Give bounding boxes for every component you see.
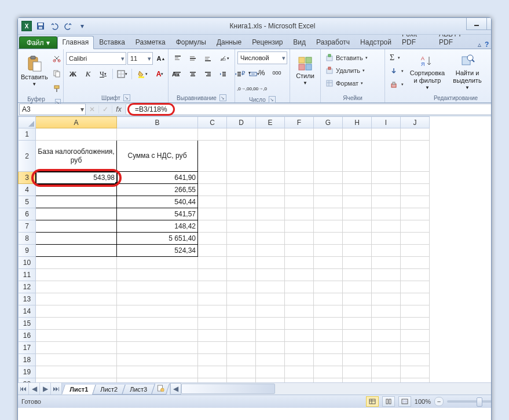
cell[interactable] [372, 293, 401, 305]
cell[interactable] [343, 128, 372, 141]
cell[interactable] [256, 172, 285, 184]
paste-button[interactable]: Вставить▼ [20, 50, 49, 91]
row-header[interactable]: 18 [19, 354, 36, 366]
tab-nav-next-icon[interactable]: ▶ [40, 383, 51, 395]
name-box[interactable]: A3 ▾ [19, 104, 86, 115]
tab-view[interactable]: Вид [288, 36, 311, 49]
cell[interactable] [343, 269, 372, 281]
insert-function-icon[interactable]: fx [112, 105, 126, 113]
qat-undo-icon[interactable] [49, 21, 60, 31]
cell[interactable] [285, 184, 314, 196]
cell[interactable] [117, 128, 198, 141]
help-icon[interactable]: ? [485, 40, 489, 49]
cell[interactable] [314, 220, 343, 233]
cell[interactable] [227, 245, 256, 257]
row-header[interactable]: 14 [19, 305, 36, 318]
cell[interactable] [227, 220, 256, 233]
tab-insert[interactable]: Вставка [94, 36, 130, 49]
cell[interactable] [227, 318, 256, 330]
cell[interactable] [256, 269, 285, 281]
cell[interactable] [256, 220, 285, 233]
cell[interactable] [285, 378, 314, 383]
cell[interactable] [372, 366, 401, 378]
copy-icon[interactable] [50, 67, 64, 80]
cell[interactable] [285, 293, 314, 305]
cell[interactable] [343, 184, 372, 196]
cell[interactable] [36, 233, 117, 245]
hscroll-thumb[interactable] [181, 384, 275, 394]
cell[interactable] [117, 281, 198, 293]
row-header[interactable]: 17 [19, 342, 36, 354]
cell[interactable]: 541,57 [117, 208, 198, 220]
cell[interactable] [198, 184, 227, 196]
row-header[interactable]: 3 [19, 172, 36, 184]
clear-button[interactable]: ▾ [387, 78, 406, 91]
cell[interactable] [314, 318, 343, 330]
cell[interactable] [285, 141, 314, 172]
cell[interactable] [198, 293, 227, 305]
number-dialog-launcher[interactable]: ↘ [269, 96, 276, 103]
cell[interactable] [198, 172, 227, 184]
row-header[interactable]: 7 [19, 220, 36, 233]
cell[interactable] [36, 378, 117, 383]
fill-color-icon[interactable]: ▾ [134, 67, 151, 81]
autosum-button[interactable]: Σ▾ [387, 51, 406, 64]
cell[interactable] [314, 378, 343, 383]
column-header[interactable]: J [401, 117, 430, 128]
cell[interactable] [198, 318, 227, 330]
tab-home[interactable]: Главная [57, 36, 94, 49]
ribbon-minimize-icon[interactable]: ▵ [478, 40, 481, 49]
row-header[interactable]: 8 [19, 233, 36, 245]
cell[interactable] [117, 293, 198, 305]
cell[interactable] [314, 330, 343, 342]
cell[interactable] [285, 366, 314, 378]
qat-redo-icon[interactable] [63, 21, 74, 31]
number-format-combo[interactable]: Числовой▾ [237, 51, 287, 64]
cell[interactable] [343, 172, 372, 184]
cell[interactable] [343, 293, 372, 305]
cell[interactable] [372, 128, 401, 141]
cell[interactable] [227, 330, 256, 342]
cell[interactable] [256, 378, 285, 383]
cell[interactable] [36, 196, 117, 208]
zoom-level[interactable]: 100% [415, 398, 431, 405]
row-header[interactable]: 19 [19, 366, 36, 378]
cell[interactable] [36, 208, 117, 220]
cell[interactable] [401, 293, 430, 305]
cell[interactable] [314, 184, 343, 196]
cell[interactable] [401, 196, 430, 208]
percent-format-icon[interactable]: % [255, 66, 269, 80]
cell[interactable] [314, 245, 343, 257]
cell[interactable] [372, 141, 401, 172]
align-middle-icon[interactable] [186, 51, 200, 65]
cell[interactable] [198, 281, 227, 293]
row-header[interactable]: 16 [19, 330, 36, 342]
column-header[interactable]: A [36, 117, 117, 128]
cell[interactable] [343, 257, 372, 269]
cell[interactable] [285, 318, 314, 330]
cell[interactable] [256, 128, 285, 141]
cell[interactable] [198, 330, 227, 342]
cell[interactable] [198, 208, 227, 220]
cell[interactable] [401, 354, 430, 366]
cells-insert-button[interactable]: Вставить▾ [323, 51, 370, 64]
borders-icon[interactable]: ▾ [115, 67, 129, 81]
cell[interactable] [227, 342, 256, 354]
column-header[interactable]: B [117, 117, 198, 128]
cell[interactable] [343, 305, 372, 318]
cell[interactable] [343, 208, 372, 220]
cell[interactable] [372, 257, 401, 269]
align-bottom-icon[interactable] [201, 51, 215, 65]
cell[interactable] [36, 354, 117, 366]
cell[interactable] [314, 196, 343, 208]
horizontal-scrollbar[interactable]: ◀ ▶ [170, 383, 492, 395]
accounting-format-icon[interactable]: ₽▾ [237, 66, 254, 80]
cell[interactable] [285, 233, 314, 245]
tab-formulas[interactable]: Формулы [171, 36, 211, 49]
cell[interactable] [117, 366, 198, 378]
cell[interactable] [285, 208, 314, 220]
cell[interactable] [285, 196, 314, 208]
cell[interactable] [401, 342, 430, 354]
cell[interactable] [401, 366, 430, 378]
cell[interactable] [256, 233, 285, 245]
